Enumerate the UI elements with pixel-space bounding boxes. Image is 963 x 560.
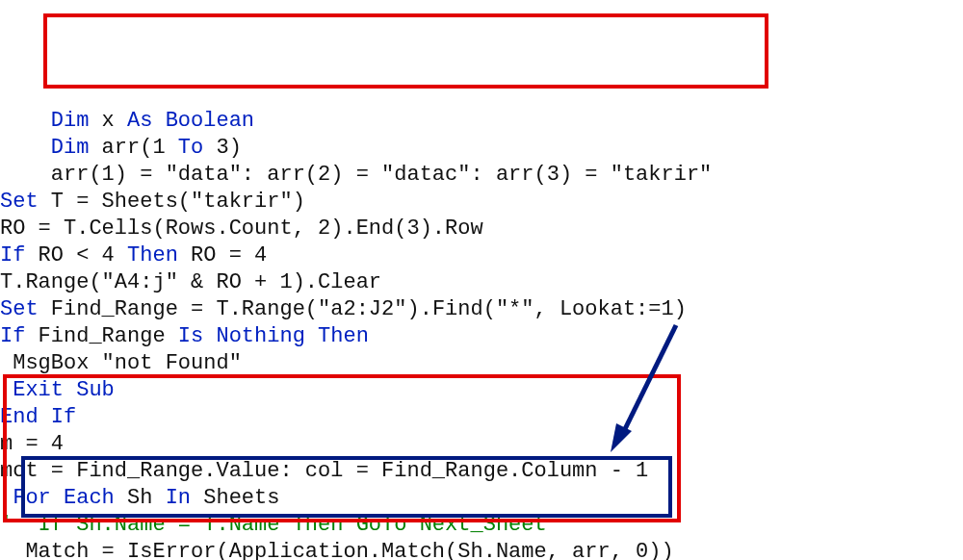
code-token: mot = Find_Range.Value: col = Find_Range…	[0, 459, 648, 483]
code-token: x	[89, 109, 127, 133]
code-token: Find_Range = T.Range("a2:J2").Find("*", …	[39, 297, 687, 321]
code-token: Sheets	[191, 486, 279, 510]
code-token: Dim	[51, 136, 90, 160]
code-token: ' If Sh.Name = T.Name Then GoTo Next_She…	[0, 513, 547, 537]
code-line: Match = IsError(Application.Match(Sh.Nam…	[0, 539, 963, 560]
code-token: T = Sheets("takrir")	[39, 190, 305, 214]
code-line: For Each Sh In Sheets	[0, 485, 963, 512]
code-line: arr(1) = "data": arr(2) = "datac": arr(3…	[0, 162, 963, 189]
code-block: Dim x As Boolean Dim arr(1 To 3) arr(1) …	[0, 108, 963, 560]
code-token: Sh	[115, 486, 166, 510]
code-token	[0, 486, 13, 510]
highlight-box-top	[43, 13, 768, 89]
code-line: RO = T.Cells(Rows.Count, 2).End(3).Row	[0, 216, 963, 242]
code-token: arr(1	[89, 136, 177, 160]
code-token: Match = IsError(Application.Match(Sh.Nam…	[0, 540, 674, 560]
code-line: ' If Sh.Name = T.Name Then GoTo Next_She…	[0, 512, 963, 539]
code-token: Find_Range	[25, 324, 177, 348]
code-line: Set Find_Range = T.Range("a2:J2").Find("…	[0, 296, 963, 323]
code-token: If	[0, 243, 25, 267]
code-token	[0, 109, 51, 133]
code-token: Is Nothing Then	[178, 324, 369, 348]
code-line: Exit Sub	[0, 377, 963, 404]
code-token: T.Range("A4:j" & RO + 1).Clear	[0, 270, 381, 294]
code-token: In	[166, 486, 191, 510]
code-token	[0, 378, 13, 402]
code-token: RO = 4	[178, 243, 267, 267]
code-token: End If	[0, 405, 76, 429]
code-token: m = 4	[0, 432, 64, 456]
code-line: Set T = Sheets("takrir")	[0, 189, 963, 216]
code-token: 3)	[203, 136, 242, 160]
code-token: As Boolean	[127, 109, 254, 133]
code-line: End If	[0, 404, 963, 431]
code-token: Exit Sub	[13, 378, 115, 402]
code-line: mot = Find_Range.Value: col = Find_Range…	[0, 458, 963, 485]
code-token: Dim	[51, 109, 90, 133]
code-token: Set	[0, 190, 39, 214]
code-line: m = 4	[0, 431, 963, 458]
code-token: MsgBox "not Found"	[0, 351, 242, 375]
code-token	[0, 136, 51, 160]
code-token: Then	[127, 243, 178, 267]
code-line: MsgBox "not Found"	[0, 350, 963, 377]
code-token: arr(1) = "data": arr(2) = "datac": arr(3…	[0, 163, 712, 187]
code-token: Set	[0, 297, 39, 321]
code-line: Dim arr(1 To 3)	[0, 135, 963, 162]
code-line: If Find_Range Is Nothing Then	[0, 323, 963, 350]
code-token: If	[0, 324, 25, 348]
code-line: Dim x As Boolean	[0, 108, 963, 135]
code-token: To	[178, 136, 203, 160]
code-token: For Each	[13, 486, 115, 510]
code-line: T.Range("A4:j" & RO + 1).Clear	[0, 269, 963, 296]
code-line: If RO < 4 Then RO = 4	[0, 242, 963, 269]
code-token: RO = T.Cells(Rows.Count, 2).End(3).Row	[0, 216, 483, 241]
code-token: RO < 4	[25, 243, 127, 267]
